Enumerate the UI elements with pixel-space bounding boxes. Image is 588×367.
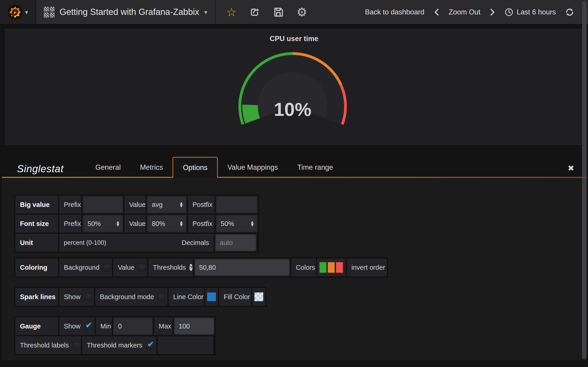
star-icon: ☆ — [226, 6, 237, 18]
refresh-button[interactable] — [565, 8, 574, 17]
gauge-label: Gauge — [15, 317, 58, 335]
background-checkbox[interactable] — [103, 263, 111, 272]
gauge-show-checkbox[interactable] — [84, 322, 93, 330]
star-button[interactable]: ☆ — [226, 6, 237, 18]
select-spinner-icon: ▲▼ — [251, 221, 254, 227]
chevron-right-icon — [489, 8, 495, 16]
gauge-options-table: Gauge Show Min Max Threshold labels Thre… — [14, 316, 216, 355]
unit-row: Unit percent (0-100) Decimals — [15, 234, 258, 252]
min-label: Min — [96, 317, 112, 335]
grafana-logo-menu[interactable]: ▾ — [0, 0, 36, 24]
prefix-input[interactable] — [83, 197, 122, 213]
background-label: Background — [64, 264, 99, 271]
colors-label: Colors — [291, 259, 316, 276]
singlestat-panel: CPU user time 10% — [5, 29, 583, 145]
spark-lines-label: Spark lines — [15, 288, 58, 306]
postfix-size-select[interactable]: 50% ▲▼ — [216, 216, 257, 232]
unit-picker[interactable]: percent (0-100) — [64, 239, 106, 246]
postfix-label: Postfix — [188, 196, 215, 214]
line-color-swatch[interactable] — [207, 292, 216, 301]
tab-time-range[interactable]: Time range — [288, 157, 343, 178]
background-mode-label: Background mode — [100, 293, 154, 301]
min-input[interactable] — [114, 318, 152, 334]
decimals-label: Decimals — [182, 239, 209, 247]
fill-color-swatch[interactable] — [254, 292, 263, 301]
value-stat-select[interactable]: avg ▲▼ — [148, 197, 186, 213]
value-options-table: Big value Prefix Value avg ▲▼ Postfix Fo… — [14, 194, 259, 253]
value-size-label: Value — [124, 215, 146, 233]
prefix-size-label: Prefix — [59, 215, 81, 233]
prefix-size-selected: 50% — [87, 220, 101, 227]
editor-header: Singlestat General Metrics Options Value… — [2, 157, 586, 178]
tab-value-mappings[interactable]: Value Mappings — [218, 157, 288, 178]
value-label: Value — [124, 196, 146, 214]
gauge-svg: 10% — [5, 29, 583, 145]
fill-color-label: Fill Color — [219, 288, 251, 306]
threshold-color-1-swatch[interactable] — [320, 262, 326, 273]
refresh-icon — [565, 8, 574, 17]
threshold-options-row: Threshold labels Threshold markers — [15, 336, 215, 354]
postfix-input[interactable] — [216, 197, 257, 213]
threshold-markers-checkbox[interactable] — [146, 341, 154, 349]
coloring-label: Coloring — [15, 259, 58, 276]
value-color-label: Value — [118, 264, 134, 271]
page-scrollbar[interactable] — [582, 1, 587, 359]
coloring-row: Coloring Background Value Thresholds ? C… — [15, 259, 387, 276]
settings-button[interactable]: ⚙ — [296, 6, 307, 18]
select-spinner-icon: ▲▼ — [180, 202, 183, 208]
value-stat-selected: avg — [152, 201, 163, 209]
threshold-color-3-swatch[interactable] — [336, 262, 343, 273]
spark-lines-row: Spark lines Show Background mode Line Co… — [15, 288, 265, 306]
gauge-value: 10% — [274, 99, 311, 120]
chevron-down-icon: ▾ — [204, 9, 207, 16]
value-size-select[interactable]: 80% ▲▼ — [148, 216, 186, 232]
close-editor-button[interactable]: ✖ — [568, 164, 574, 173]
thresholds-input[interactable] — [195, 259, 289, 275]
chevron-down-icon: ▾ — [25, 9, 28, 16]
coloring-table: Coloring Background Value Thresholds ? C… — [14, 257, 388, 277]
chevron-left-icon — [434, 8, 440, 16]
gear-icon: ⚙ — [296, 6, 307, 18]
max-label: Max — [154, 317, 173, 335]
navbar: ▾ Getting Started with Grafana-Zabbix ▾ … — [0, 0, 588, 25]
tab-metrics[interactable]: Metrics — [130, 157, 173, 178]
line-color-label: Line Color — [169, 288, 204, 306]
decimals-input[interactable] — [216, 235, 256, 251]
tab-options[interactable]: Options — [173, 157, 218, 178]
back-to-dashboard-button[interactable]: Back to dashboard — [365, 8, 424, 16]
time-picker-button[interactable]: Last 6 hours — [505, 8, 556, 17]
gauge-show-label: Show — [64, 323, 81, 330]
editor-tabs: General Metrics Options Value Mappings T… — [86, 157, 343, 178]
max-input[interactable] — [174, 318, 214, 334]
help-icon[interactable]: ? — [190, 264, 192, 271]
font-size-row: Font size Prefix 50% ▲▼ Value 80% ▲▼ Pos… — [15, 215, 258, 233]
select-spinner-icon: ▲▼ — [116, 221, 119, 227]
postfix-size-label: Postfix — [188, 215, 215, 233]
clock-icon — [505, 8, 513, 17]
share-icon — [250, 7, 260, 17]
spark-lines-table: Spark lines Show Background mode Line Co… — [14, 287, 267, 307]
sparkline-show-checkbox[interactable] — [84, 293, 93, 301]
panel-type-title: Singlestat — [17, 163, 64, 175]
select-spinner-icon: ▲▼ — [180, 221, 183, 227]
unit-label: Unit — [15, 234, 58, 252]
threshold-color-2-swatch[interactable] — [328, 262, 335, 273]
grafana-logo-icon — [8, 5, 23, 20]
threshold-labels-checkbox[interactable] — [73, 341, 81, 349]
invert-order-button[interactable]: invert order — [347, 259, 387, 276]
dashboard-title-button[interactable]: Getting Started with Grafana-Zabbix ▾ — [36, 0, 216, 24]
options-tab-content: Big value Prefix Value avg ▲▼ Postfix Fo… — [2, 178, 586, 361]
time-back-button[interactable] — [434, 8, 440, 16]
background-mode-checkbox[interactable] — [157, 293, 166, 301]
threshold-labels-label: Threshold labels — [20, 342, 69, 349]
prefix-label: Prefix — [59, 196, 81, 214]
zoom-out-button[interactable]: Zoom Out — [449, 8, 481, 16]
threshold-markers-label: Threshold markers — [87, 342, 142, 349]
save-button[interactable] — [273, 7, 284, 17]
time-forward-button[interactable] — [489, 8, 495, 16]
tab-general[interactable]: General — [86, 157, 130, 178]
value-checkbox[interactable] — [138, 263, 146, 272]
thresholds-label: Thresholds — [153, 264, 186, 271]
share-button[interactable] — [250, 7, 260, 17]
prefix-size-select[interactable]: 50% ▲▼ — [83, 216, 122, 232]
